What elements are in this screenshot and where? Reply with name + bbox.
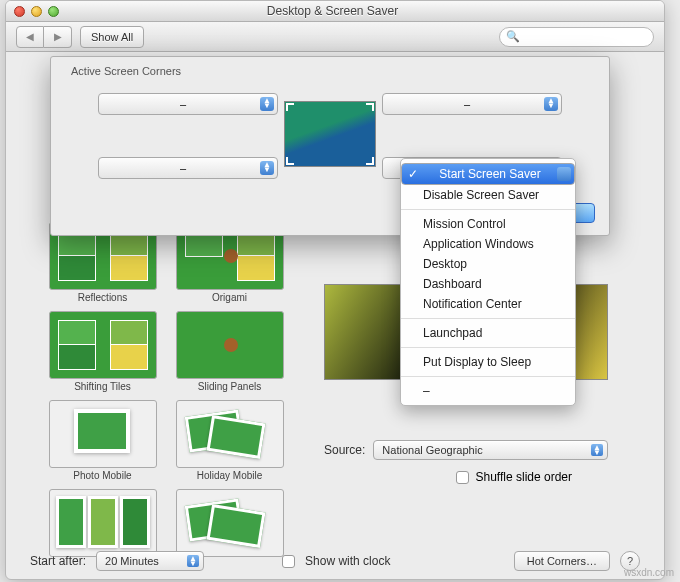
close-button[interactable] bbox=[14, 6, 25, 17]
bottom-bar: Start after: 20 Minutes ▲▼ Show with clo… bbox=[6, 551, 664, 571]
list-item[interactable] bbox=[44, 489, 161, 559]
back-button[interactable]: ◀ bbox=[16, 26, 44, 48]
shuffle-checkbox[interactable] bbox=[456, 471, 469, 484]
menu-item-mission-control[interactable]: Mission Control bbox=[401, 214, 575, 234]
source-row: Source: National Geographic ▲▼ bbox=[324, 440, 608, 460]
show-clock-checkbox[interactable] bbox=[282, 555, 295, 568]
source-popup[interactable]: National Geographic ▲▼ bbox=[373, 440, 608, 460]
search-field[interactable]: 🔍 bbox=[499, 27, 654, 47]
menu-item-disable-saver[interactable]: Disable Screen Saver bbox=[401, 185, 575, 205]
search-icon: 🔍 bbox=[506, 30, 520, 43]
toolbar: ◀ ▶ Show All 🔍 bbox=[6, 22, 664, 52]
menu-item-app-windows[interactable]: Application Windows bbox=[401, 234, 575, 254]
menu-separator bbox=[401, 209, 575, 210]
titlebar: Desktop & Screen Saver bbox=[6, 1, 664, 22]
saver-label: Photo Mobile bbox=[73, 470, 131, 481]
list-item[interactable]: Shifting Tiles bbox=[44, 311, 161, 392]
source-label: Source: bbox=[324, 443, 365, 457]
start-after-label: Start after: bbox=[30, 554, 86, 568]
hot-corners-button[interactable]: Hot Corners… bbox=[514, 551, 610, 571]
corner-top-right-popup[interactable]: –▲▼ bbox=[382, 93, 562, 115]
window-title: Desktop & Screen Saver bbox=[59, 4, 606, 18]
corner-top-left-popup[interactable]: –▲▼ bbox=[98, 93, 278, 115]
menu-item-none[interactable]: – bbox=[401, 381, 575, 401]
shuffle-label: Shuffle slide order bbox=[475, 470, 572, 484]
menu-item-desktop[interactable]: Desktop bbox=[401, 254, 575, 274]
saver-label: Sliding Panels bbox=[198, 381, 261, 392]
forward-button[interactable]: ▶ bbox=[44, 26, 72, 48]
nav-segment: ◀ ▶ bbox=[16, 26, 72, 48]
window-controls bbox=[14, 6, 59, 17]
zoom-button[interactable] bbox=[48, 6, 59, 17]
saver-label: Shifting Tiles bbox=[74, 381, 131, 392]
thumb-photo-mobile bbox=[49, 400, 157, 468]
thumb-holiday-mobile bbox=[176, 400, 284, 468]
thumb-shifting-tiles bbox=[49, 311, 157, 379]
saver-label: Holiday Mobile bbox=[197, 470, 263, 481]
shuffle-row: Shuffle slide order bbox=[456, 470, 572, 484]
sheet-title: Active Screen Corners bbox=[51, 57, 609, 85]
menu-item-launchpad[interactable]: Launchpad bbox=[401, 323, 575, 343]
thumb-sliding-panels bbox=[176, 311, 284, 379]
list-item[interactable] bbox=[171, 489, 288, 559]
menu-item-start-saver[interactable]: Start Screen Saver bbox=[401, 163, 575, 185]
minimize-button[interactable] bbox=[31, 6, 42, 17]
menu-separator bbox=[401, 347, 575, 348]
menu-item-display-sleep[interactable]: Put Display to Sleep bbox=[401, 352, 575, 372]
saver-label: Origami bbox=[212, 292, 247, 303]
source-value: National Geographic bbox=[382, 444, 482, 456]
list-item[interactable]: Photo Mobile bbox=[44, 400, 161, 481]
menu-item-dashboard[interactable]: Dashboard bbox=[401, 274, 575, 294]
screen-thumbnail bbox=[284, 101, 376, 167]
search-input[interactable] bbox=[524, 31, 647, 43]
thumb-extra-1 bbox=[49, 489, 157, 557]
menu-item-notification-center[interactable]: Notification Center bbox=[401, 294, 575, 314]
menu-separator bbox=[401, 318, 575, 319]
saver-label: Reflections bbox=[78, 292, 127, 303]
list-item[interactable]: Holiday Mobile bbox=[171, 400, 288, 481]
corner-bottom-left-popup[interactable]: –▲▼ bbox=[98, 157, 278, 179]
screensaver-list[interactable]: Reflections Origami Shifting Tiles Slidi… bbox=[44, 222, 288, 559]
corner-action-menu[interactable]: Start Screen Saver Disable Screen Saver … bbox=[400, 158, 576, 406]
menu-separator bbox=[401, 376, 575, 377]
start-after-popup[interactable]: 20 Minutes ▲▼ bbox=[96, 551, 204, 571]
thumb-extra-2 bbox=[176, 489, 284, 557]
show-all-button[interactable]: Show All bbox=[80, 26, 144, 48]
list-item[interactable]: Sliding Panels bbox=[171, 311, 288, 392]
show-clock-label: Show with clock bbox=[305, 554, 390, 568]
start-after-value: 20 Minutes bbox=[105, 555, 159, 567]
watermark: wsxdn.com bbox=[624, 567, 674, 578]
